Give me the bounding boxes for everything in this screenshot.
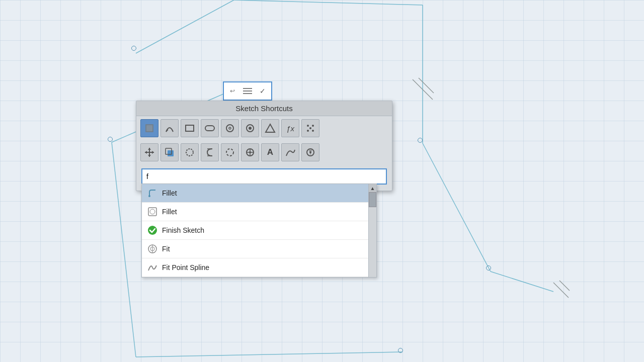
svg-point-29: [312, 130, 314, 132]
panel-title: Sketch Shortcuts: [235, 104, 292, 113]
tool-slot[interactable]: [201, 119, 219, 137]
svg-point-39: [186, 149, 193, 156]
dropdown-item-finish-sketch[interactable]: Finish Sketch: [142, 221, 376, 240]
svg-point-22: [229, 127, 231, 129]
svg-line-7: [491, 272, 553, 292]
svg-point-27: [312, 125, 314, 127]
tool-target[interactable]: [241, 143, 259, 161]
dropdown-list: ▲ Fillet: [141, 184, 377, 278]
svg-point-48: [309, 151, 311, 153]
svg-line-1: [234, 0, 423, 5]
fillet-icon: [147, 206, 158, 217]
tool-arc[interactable]: [160, 119, 179, 137]
dropdown-item-fit-point-spline[interactable]: Fit Point Spline: [142, 258, 376, 277]
node-point: [131, 46, 136, 51]
svg-point-52: [148, 226, 157, 235]
text-icon: A: [267, 147, 273, 157]
svg-line-10: [553, 283, 569, 298]
tool-select[interactable]: [140, 119, 158, 137]
tool-curve[interactable]: [281, 143, 299, 161]
tool-dashed-circle[interactable]: [221, 143, 239, 161]
tool-copy[interactable]: [160, 143, 179, 161]
svg-marker-25: [266, 124, 275, 132]
toolbar-row-2: A: [136, 140, 392, 164]
finish-sketch-icon: [147, 225, 158, 236]
search-input[interactable]: [141, 168, 387, 185]
node-point: [486, 265, 491, 270]
dropdown-item-fit[interactable]: Fit: [142, 240, 376, 258]
tool-circle3[interactable]: [181, 143, 199, 161]
svg-line-9: [419, 78, 434, 93]
tool-move[interactable]: [140, 143, 158, 161]
svg-point-46: [249, 151, 251, 153]
svg-marker-33: [148, 148, 151, 150]
dropdown-item-fillet[interactable]: Fillet: [142, 203, 376, 221]
svg-line-6: [423, 143, 491, 272]
svg-point-51: [150, 209, 155, 214]
mini-check-button[interactable]: ✓: [256, 84, 270, 98]
svg-line-0: [136, 0, 234, 53]
svg-point-28: [307, 130, 309, 132]
fit-label: Fit: [162, 245, 170, 253]
tool-text[interactable]: A: [261, 143, 279, 161]
svg-rect-17: [146, 125, 152, 131]
panel-title-bar[interactable]: Sketch Shortcuts: [136, 101, 392, 116]
tool-points[interactable]: [301, 119, 319, 137]
fillet-top-icon: [147, 188, 158, 199]
tool-triangle[interactable]: [261, 119, 279, 137]
node-point: [108, 137, 113, 142]
node-point: [398, 348, 403, 353]
mini-undo-button[interactable]: ↩: [225, 84, 239, 98]
svg-line-4: [112, 142, 136, 357]
svg-marker-35: [145, 151, 147, 154]
svg-rect-19: [186, 125, 194, 131]
svg-point-21: [226, 125, 233, 132]
svg-marker-34: [148, 155, 151, 157]
tool-circle1[interactable]: [221, 119, 239, 137]
tool-compass[interactable]: [301, 143, 319, 161]
finish-sketch-label: Finish Sketch: [162, 226, 204, 234]
fit-icon: [147, 243, 158, 254]
tool-formula[interactable]: ƒx: [281, 119, 299, 137]
mini-toolbar: ↩ ✓: [223, 81, 272, 101]
svg-rect-50: [148, 208, 156, 216]
svg-point-26: [307, 125, 309, 127]
svg-marker-36: [152, 151, 154, 154]
search-area: ▲ Fillet: [136, 164, 392, 185]
svg-rect-37: [168, 150, 174, 156]
svg-point-24: [249, 127, 252, 130]
scrollbar-thumb[interactable]: [369, 192, 376, 207]
sketch-shortcuts-panel: Sketch Shortcuts: [136, 101, 392, 191]
svg-line-5: [136, 352, 403, 357]
scrollbar-track[interactable]: ▲: [368, 184, 376, 277]
svg-rect-20: [205, 126, 214, 131]
svg-line-11: [559, 281, 570, 291]
svg-point-30: [309, 127, 311, 129]
tool-subset[interactable]: [201, 143, 219, 161]
tool-rectangle[interactable]: [181, 119, 199, 137]
toolbar-row-1: ƒx: [136, 116, 392, 140]
scroll-up-button[interactable]: ▲: [369, 184, 376, 192]
node-point: [418, 138, 423, 143]
fit-point-spline-label: Fit Point Spline: [162, 263, 209, 272]
svg-point-42: [226, 149, 233, 156]
fillet-top-label: Fillet: [162, 189, 177, 197]
svg-point-49: [148, 195, 150, 197]
fit-point-spline-icon: [147, 262, 158, 273]
dropdown-item-fillet-top[interactable]: Fillet: [142, 184, 376, 203]
formula-icon: ƒx: [286, 124, 294, 133]
tool-circle2[interactable]: [241, 119, 259, 137]
mini-diag-button[interactable]: [240, 84, 255, 98]
fillet-label: Fillet: [162, 208, 177, 216]
